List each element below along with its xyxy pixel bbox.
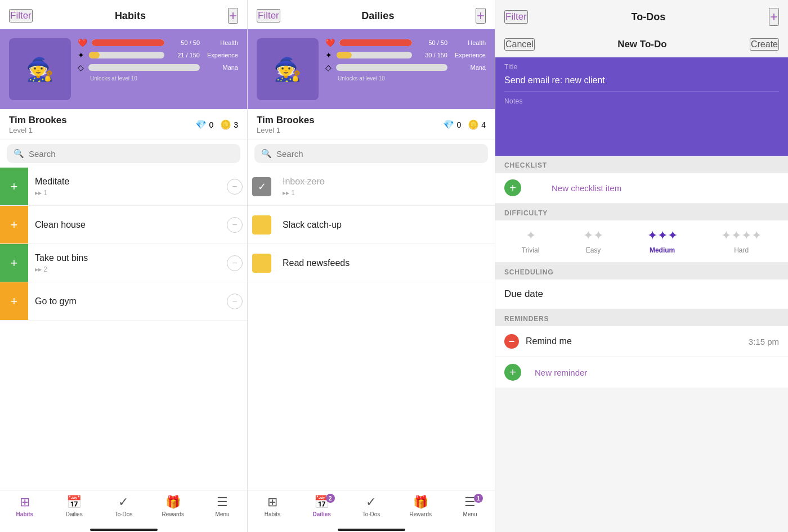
dailies-user-level: Level 1 bbox=[257, 126, 315, 134]
daily-content-inboxzero: Inbox zero ▸▸ 1 bbox=[276, 168, 495, 205]
coin-icon: 🪙 bbox=[220, 119, 231, 130]
dailies-nav-dailies[interactable]: 2 📅 Dailies bbox=[307, 495, 337, 517]
dailies-gem-badge: 💎 0 bbox=[443, 119, 461, 130]
due-date-row[interactable]: Due date bbox=[495, 279, 788, 309]
habit-content-cleanhouse: Clean house bbox=[28, 206, 222, 244]
habits-stats-area: ❤️ 50 / 50 Health ✦ 21 / 150 Experience … bbox=[78, 38, 238, 82]
daily-check-inboxzero[interactable]: ✓ bbox=[248, 168, 276, 205]
dailies-nav-rewards[interactable]: 🎁 Rewards bbox=[405, 495, 436, 517]
habit-item-gotogym: + Go to gym − bbox=[0, 282, 247, 321]
health-bar bbox=[92, 39, 164, 46]
dailies-nav-habits[interactable]: ⊞ Habits bbox=[257, 495, 288, 517]
dailies-search-input[interactable] bbox=[276, 149, 481, 159]
habits-search-icon: 🔍 bbox=[14, 148, 24, 159]
habit-plus-takeoutbins[interactable]: + bbox=[0, 244, 28, 282]
minus-circle-takeoutbins: − bbox=[227, 255, 243, 271]
difficulty-header: DIFFICULTY bbox=[495, 204, 788, 220]
daily-check-slackcatchup[interactable] bbox=[248, 206, 276, 244]
minus-circle-gotogym: − bbox=[227, 294, 243, 309]
new-todo-header: Cancel New To-Do Create bbox=[495, 31, 788, 57]
new-reminder-row[interactable]: + New reminder bbox=[495, 357, 788, 387]
habit-minus-takeoutbins[interactable]: − bbox=[222, 244, 247, 282]
dailies-nav-menu[interactable]: 1 ☰ Menu bbox=[455, 495, 485, 517]
dailies-nav-menu-label: Menu bbox=[463, 511, 477, 517]
add-checklist-btn[interactable]: + bbox=[504, 179, 521, 196]
health-icon: ❤️ bbox=[78, 38, 87, 47]
dailies-exp-bar-container bbox=[337, 52, 412, 58]
difficulty-hard[interactable]: ✦✦✦✦ Hard bbox=[721, 228, 762, 254]
dailies-exp-icon: ✦ bbox=[325, 51, 332, 60]
habits-search-bar[interactable]: 🔍 bbox=[7, 144, 240, 163]
gem-count: 0 bbox=[209, 120, 213, 129]
habits-avatar-box: 🧙 bbox=[9, 38, 71, 100]
habit-item-meditate: + Meditate ▸▸ 1 − bbox=[0, 168, 247, 206]
checkbox-readnewsfeeds bbox=[252, 254, 271, 273]
remove-reminder-button[interactable]: − bbox=[504, 334, 519, 349]
difficulty-easy[interactable]: ✦✦ Easy bbox=[583, 228, 603, 254]
habit-plus-cleanhouse[interactable]: + bbox=[0, 206, 28, 244]
add-reminder-btn[interactable]: + bbox=[504, 364, 521, 381]
dailies-filter-button[interactable]: Filter bbox=[257, 9, 280, 22]
habits-add-button[interactable]: + bbox=[228, 8, 238, 24]
medium-icon: ✦✦✦ bbox=[647, 228, 678, 243]
notes-textarea[interactable] bbox=[504, 107, 779, 141]
dailies-nav-dailies-label: Dailies bbox=[313, 511, 331, 517]
habits-bottom-nav: ⊞ Habits 📅 Dailies ✓ To-Dos 🎁 Rewards ☰ … bbox=[0, 490, 247, 526]
habits-search-input[interactable] bbox=[29, 149, 234, 159]
create-button[interactable]: Create bbox=[750, 38, 779, 51]
mana-bar-container bbox=[88, 64, 200, 71]
exp-icon: ✦ bbox=[78, 51, 84, 60]
dailies-search-bar[interactable]: 🔍 bbox=[254, 144, 488, 163]
trivial-icon: ✦ bbox=[526, 228, 536, 243]
todos-add-button[interactable]: + bbox=[769, 8, 779, 26]
habit-item-cleanhouse: + Clean house − bbox=[0, 206, 247, 244]
habits-coin-badge: 🪙 3 bbox=[220, 119, 238, 130]
trivial-label: Trivial bbox=[522, 246, 540, 254]
nav-rewards[interactable]: 🎁 Rewards bbox=[158, 495, 188, 517]
habit-minus-cleanhouse[interactable]: − bbox=[222, 206, 247, 244]
nav-todos[interactable]: ✓ To-Dos bbox=[108, 495, 138, 517]
habit-name-gotogym: Go to gym bbox=[35, 296, 216, 306]
nav-menu-label: Menu bbox=[216, 511, 230, 517]
nav-menu[interactable]: ☰ Menu bbox=[207, 495, 238, 517]
habit-plus-gotogym[interactable]: + bbox=[0, 282, 28, 320]
difficulty-trivial[interactable]: ✦ Trivial bbox=[522, 228, 540, 254]
todos-filter-button[interactable]: Filter bbox=[504, 10, 528, 24]
dailies-mana-icon: ◇ bbox=[325, 63, 332, 72]
hard-label: Hard bbox=[734, 246, 749, 254]
daily-item-inboxzero: ✓ Inbox zero ▸▸ 1 bbox=[248, 168, 495, 206]
dailies-add-button[interactable]: + bbox=[476, 8, 486, 24]
mana-stat-row: ◇ Mana bbox=[78, 63, 238, 72]
daily-check-readnewsfeeds[interactable] bbox=[248, 244, 276, 282]
daily-content-readnewsfeeds: Read newsfeeds bbox=[276, 244, 495, 282]
checklist-header: CHECKLIST bbox=[495, 156, 788, 173]
dailies-nav-habits-icon: ⊞ bbox=[267, 495, 277, 510]
medium-label: Medium bbox=[650, 246, 675, 254]
habits-user-details: Tim Brookes Level 1 bbox=[9, 115, 67, 134]
new-checklist-item-row[interactable]: + New checklist item bbox=[495, 173, 788, 204]
dailies-list: ✓ Inbox zero ▸▸ 1 Slack catch-up Read ne… bbox=[248, 168, 495, 490]
new-reminder-label: New reminder bbox=[535, 368, 587, 377]
due-date-label: Due date bbox=[504, 288, 543, 300]
difficulty-medium[interactable]: ✦✦✦ Medium bbox=[647, 228, 678, 254]
scheduling-section: SCHEDULING Due date bbox=[495, 263, 788, 309]
health-name: Health bbox=[204, 39, 238, 46]
health-label: 50 / 50 bbox=[169, 39, 200, 46]
habits-filter-button[interactable]: Filter bbox=[9, 9, 33, 22]
title-field-label: Title bbox=[504, 63, 779, 71]
dailies-exp-name: Experience bbox=[452, 52, 486, 58]
reminders-header: REMINDERS bbox=[495, 309, 788, 326]
habit-name-meditate: Meditate bbox=[35, 177, 216, 187]
nav-dailies[interactable]: 📅 Dailies bbox=[59, 495, 89, 517]
dailies-exp-row: ✦ 30 / 150 Experience bbox=[325, 51, 486, 60]
dailies-user-info: Tim Brookes Level 1 💎 0 🪙 4 bbox=[248, 109, 495, 139]
habit-plus-meditate[interactable]: + bbox=[0, 168, 28, 205]
title-input[interactable] bbox=[504, 73, 779, 88]
dailies-nav-todos[interactable]: ✓ To-Dos bbox=[356, 495, 386, 517]
cancel-button[interactable]: Cancel bbox=[504, 38, 535, 51]
nav-habits[interactable]: ⊞ Habits bbox=[10, 495, 40, 517]
dailies-health-label: 50 / 50 bbox=[417, 39, 447, 46]
exp-bar-container bbox=[89, 52, 164, 58]
habit-minus-meditate[interactable]: − bbox=[222, 168, 247, 205]
habit-minus-gotogym[interactable]: − bbox=[222, 282, 247, 320]
